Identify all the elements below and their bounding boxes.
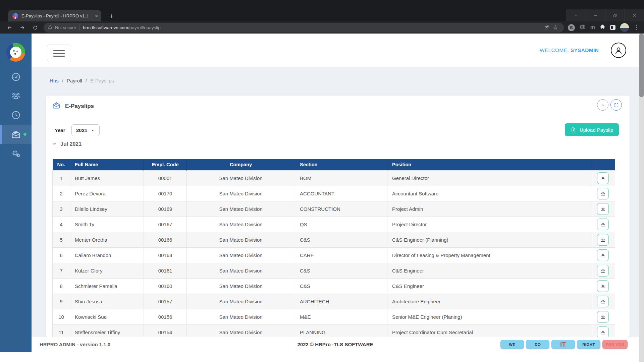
year-select[interactable]: 2021	[71, 124, 100, 136]
sidebar	[0, 34, 32, 352]
menu-toggle-button[interactable]	[47, 45, 71, 62]
download-payslip-button[interactable]	[597, 219, 609, 230]
cell-empl-code: 00163	[144, 247, 187, 263]
cell-position: General Director	[387, 170, 591, 186]
footer-badge-for-you[interactable]: FOR YOU	[602, 340, 628, 349]
cell-full-name: Kulzer Glory	[70, 263, 144, 278]
app-header: WELCOME, SYSADMIN	[32, 34, 639, 67]
browser-menu-icon[interactable]: ⋮	[634, 25, 639, 31]
cell-position: Senior M&E Engineer (Planing)	[387, 309, 591, 324]
download-payslip-button[interactable]	[597, 311, 609, 323]
reload-button[interactable]	[30, 23, 40, 32]
app-logo[interactable]	[6, 43, 25, 62]
download-payslip-button[interactable]	[597, 172, 609, 184]
cell-full-name: Butt James	[70, 170, 144, 186]
cell-empl-code: 00167	[144, 217, 187, 232]
collapse-panel-button[interactable]	[597, 99, 608, 111]
download-payslip-button[interactable]	[597, 203, 609, 215]
breadcrumb: Hris/Payroll/E-Payslips	[50, 78, 114, 83]
year-value: 2021	[76, 127, 87, 133]
download-payslip-button[interactable]	[597, 249, 609, 261]
sidebar-nav	[0, 67, 32, 163]
not-secure-warning-icon	[48, 24, 53, 31]
cell-empl-code: 00156	[144, 309, 187, 324]
cell-company: San Mateo Division	[187, 217, 295, 232]
panel-title-text: E-Payslips	[65, 103, 94, 110]
footer-badge-we[interactable]: WE	[500, 340, 524, 349]
gauge-icon	[11, 72, 21, 82]
cell-position: C&S Engineer	[387, 278, 591, 294]
footer-badge-right[interactable]: RIGHT	[577, 340, 600, 349]
cell-action	[591, 217, 615, 232]
tab-close-icon[interactable]: ×	[95, 13, 98, 18]
sidebar-item-employees[interactable]	[0, 86, 32, 106]
download-icon	[600, 190, 606, 197]
m-extension-icon[interactable]: m	[590, 25, 595, 30]
welcome-text: WELCOME, SYSADMIN	[540, 34, 599, 67]
cell-company: San Mateo Division	[187, 294, 295, 309]
sidebar-item-e-payslip[interactable]	[0, 125, 32, 144]
restore-button[interactable]	[605, 9, 625, 22]
cell-action	[591, 278, 615, 294]
cell-company: San Mateo Division	[187, 247, 295, 263]
sidebar-item-attendance[interactable]	[0, 106, 32, 125]
table-row: 9Shin Jesusa00157San Mateo DivisionARCHI…	[53, 294, 615, 309]
close-window-button[interactable]	[625, 9, 644, 22]
table-row: 3Dilello Lindsey00169San Mateo DivisionC…	[53, 201, 615, 217]
share-button[interactable]	[542, 25, 551, 30]
fullscreen-panel-button[interactable]	[610, 99, 622, 111]
browser-profile-avatar[interactable]	[620, 23, 629, 32]
forward-button[interactable]	[17, 23, 27, 32]
month-group-header[interactable]: Jul 2021	[52, 141, 82, 147]
sidebar-item-settings[interactable]	[0, 144, 32, 163]
camera-extension-icon[interactable]	[580, 24, 586, 31]
download-payslip-button[interactable]	[597, 280, 609, 292]
address-bar[interactable]: Not secure hrm.tlssoftwarevn.com /payrol…	[44, 23, 564, 33]
tab-search-button[interactable]	[566, 9, 586, 22]
url-host: hrm.tlssoftwarevn.com	[83, 25, 128, 30]
cell-action	[591, 186, 615, 201]
skype-extension-icon[interactable]: S	[568, 24, 575, 31]
bookmark-star-icon[interactable]: ☆	[551, 24, 560, 31]
cell-empl-code: 00157	[144, 294, 187, 309]
table-row: 7Kulzer Glory00161San Mateo DivisionC&SC…	[53, 263, 615, 278]
scrollbar-thumb[interactable]	[639, 34, 644, 97]
download-payslip-button[interactable]	[597, 296, 609, 307]
column-header-action	[591, 159, 615, 170]
url-path: /payroll/epayslip	[128, 25, 161, 30]
minimize-button[interactable]	[586, 9, 605, 22]
download-payslip-button[interactable]	[597, 188, 609, 199]
side-panel-icon[interactable]	[610, 25, 615, 30]
user-avatar-button[interactable]	[611, 43, 626, 58]
cell-section: C&S	[295, 263, 387, 278]
cell-section: ACCOUNTANT	[295, 186, 387, 201]
cell-company: San Mateo Division	[187, 170, 295, 186]
window-bottom-strip	[0, 352, 639, 362]
cell-empl-code: 00154	[144, 324, 187, 337]
tab-favicon-icon	[12, 13, 18, 19]
download-payslip-button[interactable]	[597, 234, 609, 246]
extensions-puzzle-icon[interactable]	[600, 24, 605, 31]
cell-section: M&E	[295, 309, 387, 324]
back-button[interactable]	[5, 23, 14, 32]
footer-badge-do[interactable]: DO	[526, 340, 549, 349]
upload-payslip-button[interactable]: Upload Payslip	[565, 123, 619, 136]
breadcrumb-item-hris[interactable]: Hris	[50, 78, 59, 83]
footer-badge-it[interactable]: IT	[551, 340, 575, 349]
security-label[interactable]: Not secure	[55, 25, 76, 30]
year-label: Year	[55, 127, 65, 133]
cell-full-name: Callaro Brandon	[70, 247, 144, 263]
download-payslip-button[interactable]	[597, 326, 609, 337]
browser-tab[interactable]: E-Payslips - Payroll - HRPRO v1.1. ×	[8, 10, 101, 21]
welcome-prefix: WELCOME,	[540, 47, 569, 53]
upload-payslip-label: Upload Payslip	[580, 127, 613, 133]
download-payslip-button[interactable]	[597, 265, 609, 277]
download-icon	[600, 283, 606, 289]
new-tab-button[interactable]: +	[107, 12, 115, 20]
sidebar-item-dashboard[interactable]	[0, 67, 32, 86]
page-scrollbar[interactable]	[639, 34, 644, 362]
cell-full-name: Schmierer Pamella	[70, 278, 144, 294]
window-controls	[566, 9, 644, 22]
cell-position: C&S Engineer (Planning)	[387, 232, 591, 247]
cell-empl-code: 00170	[144, 186, 187, 201]
